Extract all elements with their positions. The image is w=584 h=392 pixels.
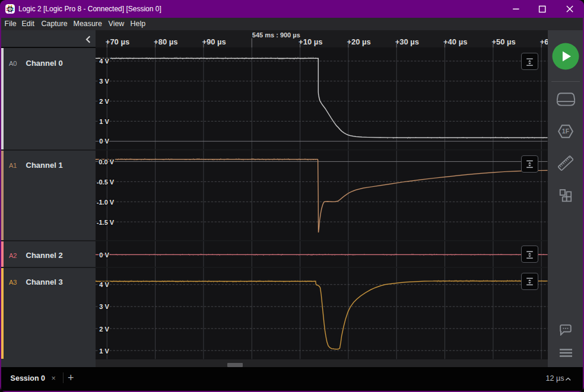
svg-text:+70 µs: +70 µs xyxy=(106,37,129,46)
svg-text:0 V: 0 V xyxy=(99,251,109,259)
svg-text:4 V: 4 V xyxy=(99,58,109,65)
svg-text:+30 µs: +30 µs xyxy=(395,37,419,46)
svg-text:-1.5 V: -1.5 V xyxy=(97,219,115,226)
svg-text:545 ms : 900 µs: 545 ms : 900 µs xyxy=(252,31,300,39)
svg-text:1 V: 1 V xyxy=(99,118,109,125)
svg-text:1 V: 1 V xyxy=(99,348,109,355)
svg-text:-1.0 V: -1.0 V xyxy=(97,199,115,206)
svg-text:+50 µs: +50 µs xyxy=(491,37,515,46)
svg-text:3 V: 3 V xyxy=(99,78,109,85)
svg-text:0 V: 0 V xyxy=(99,138,109,145)
svg-text:+20 µs: +20 µs xyxy=(347,37,370,46)
svg-text:4 V: 4 V xyxy=(99,281,109,288)
svg-text:+40 µs: +40 µs xyxy=(443,37,467,46)
svg-text:3 V: 3 V xyxy=(99,303,109,310)
svg-text:+90 µs: +90 µs xyxy=(202,37,226,46)
svg-text:+10 µs: +10 µs xyxy=(299,37,322,46)
svg-text:-0.5 V: -0.5 V xyxy=(97,179,115,186)
svg-text:0.0 V: 0.0 V xyxy=(99,158,114,165)
svg-text:2 V: 2 V xyxy=(99,98,109,105)
svg-text:2 V: 2 V xyxy=(99,326,109,333)
svg-text:+80 µs: +80 µs xyxy=(154,37,177,46)
svg-text:1F: 1F xyxy=(562,128,570,135)
